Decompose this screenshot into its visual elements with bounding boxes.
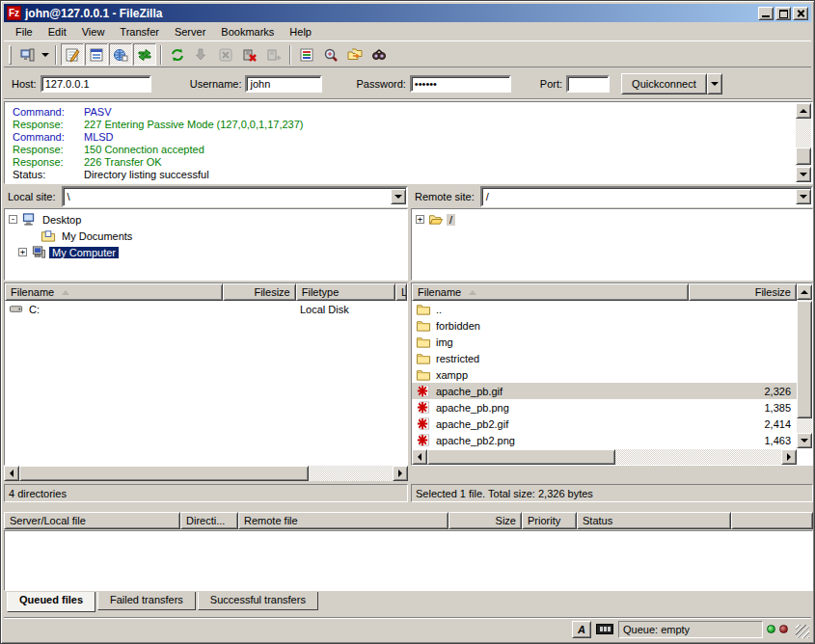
remote-vscrollbar[interactable] [797,284,812,448]
remote-hscrollbar[interactable] [412,449,797,465]
resize-grip[interactable] [796,625,809,638]
column-header-direction[interactable]: Directi... [180,512,238,529]
scroll-thumb[interactable] [427,449,615,465]
menu-server[interactable]: Server [167,24,213,40]
menu-file[interactable]: File [8,24,41,40]
local-file-row[interactable]: C: Local Disk [5,301,407,317]
remote-file-row[interactable]: restricted [412,350,797,366]
tab-successful-transfers[interactable]: Successful transfers [198,592,318,610]
expand-expander[interactable]: + [18,248,27,256]
toggle-remote-tree-button[interactable] [109,43,132,66]
toggle-queue-button[interactable] [133,43,156,66]
scroll-thumb[interactable] [796,148,811,165]
tab-failed-transfers[interactable]: Failed transfers [97,592,196,610]
username-input[interactable] [245,75,322,93]
remote-file-row-selected[interactable]: apache_pb.gif 2,326 [412,383,797,399]
column-header-filesize[interactable]: Filesize [689,283,797,301]
collapse-expander[interactable]: - [9,215,17,224]
indicator-badge[interactable] [595,621,614,638]
folder-icon [416,351,431,365]
filter-button[interactable] [295,43,318,66]
scroll-left-button[interactable] [4,466,19,481]
find-files-button[interactable] [367,43,391,66]
scroll-up-button[interactable] [797,284,812,300]
column-header-last-modified[interactable]: L [395,283,407,301]
menu-edit[interactable]: Edit [41,24,74,40]
column-header-size[interactable]: Size [448,512,522,529]
process-queue-button[interactable] [190,43,213,66]
scroll-down-button[interactable] [797,433,812,448]
directory-comparison-button[interactable] [319,43,342,66]
password-input[interactable] [410,75,511,93]
scroll-right-button[interactable] [781,449,797,465]
queue-list[interactable] [4,530,813,591]
folder-icon [416,318,431,333]
tree-item-my-documents[interactable]: My Documents [9,228,407,244]
scroll-right-button[interactable] [393,466,408,481]
maximize-button[interactable] [775,7,791,20]
local-status-text: 4 directories [4,484,408,502]
minimize-button[interactable] [758,7,774,20]
tab-queued-files[interactable]: Queued files [7,592,95,612]
column-header-filename[interactable]: Filename [5,283,223,301]
host-input[interactable] [41,75,151,93]
reconnect-button[interactable] [262,43,285,66]
site-manager-dropdown[interactable] [40,43,51,66]
scroll-left-button[interactable] [412,449,427,465]
close-button[interactable] [793,7,808,20]
scroll-thumb[interactable] [19,466,309,481]
local-hscrollbar[interactable] [4,466,408,481]
quickconnect-dropdown[interactable] [707,73,722,94]
synchronized-browsing-button[interactable] [343,43,367,66]
tree-item-root[interactable]: + / [416,211,812,228]
local-site-combo[interactable]: \ [62,186,408,207]
title-bar[interactable]: Fz john@127.0.0.1 - FileZilla [4,4,811,22]
menu-bookmarks[interactable]: Bookmarks [213,24,282,40]
remote-site-combo[interactable]: / [480,186,813,207]
column-header-remote-file[interactable]: Remote file [238,512,448,529]
log-line: Command:MLSD [13,131,795,144]
site-manager-button[interactable] [15,43,39,66]
column-header-server-local-file[interactable]: Server/Local file [4,512,180,529]
toolbar-grip[interactable] [9,45,12,65]
scroll-down-button[interactable] [796,167,811,182]
menu-help[interactable]: Help [282,24,319,40]
toggle-local-tree-button[interactable] [85,43,108,66]
port-input[interactable] [566,75,610,93]
remote-site-dropdown[interactable] [796,189,811,204]
remote-file-row[interactable]: apache_pb.png 1,385 [412,399,797,416]
quickconnect-button[interactable]: Quickconnect [621,73,707,94]
remote-list-header: Filename Filesize [412,283,797,301]
disconnect-button[interactable] [238,43,261,66]
port-label: Port: [540,78,562,90]
folder-icon [416,335,431,349]
scroll-up-button[interactable] [796,103,811,119]
menu-transfer[interactable]: Transfer [112,24,167,40]
transfer-type-indicator[interactable]: A [572,621,591,638]
scroll-thumb[interactable] [797,301,812,418]
tree-item-my-computer[interactable]: + My Computer [9,244,407,260]
column-header-status[interactable]: Status [577,512,731,529]
remote-file-row[interactable]: apache_pb2.gif 2,414 [412,416,797,432]
remote-file-row[interactable]: xampp [412,366,797,383]
image-file-icon [416,433,431,447]
image-file-icon [416,400,431,415]
remote-file-row[interactable]: img [412,334,797,350]
column-header-priority[interactable]: Priority [522,512,577,529]
remote-file-row[interactable]: apache_pb2.png 1,463 [412,432,797,448]
log-scrollbar[interactable] [796,103,811,182]
tree-item-desktop[interactable]: - Desktop [9,211,407,228]
expand-expander[interactable]: + [416,215,424,224]
column-header-filename[interactable]: Filename [412,283,689,301]
column-header-filesize[interactable]: Filesize [223,283,295,301]
remote-file-row[interactable]: forbidden [412,317,797,334]
refresh-button[interactable] [166,43,189,66]
cancel-operation-button[interactable] [214,43,237,66]
column-header-filetype[interactable]: Filetype [296,283,395,301]
toggle-log-button[interactable] [61,43,84,66]
folder-icon [416,302,431,316]
remote-file-row[interactable]: .. [412,301,797,317]
local-site-dropdown[interactable] [391,189,406,204]
menu-view[interactable]: View [74,24,113,40]
disconnect-icon [242,47,258,63]
